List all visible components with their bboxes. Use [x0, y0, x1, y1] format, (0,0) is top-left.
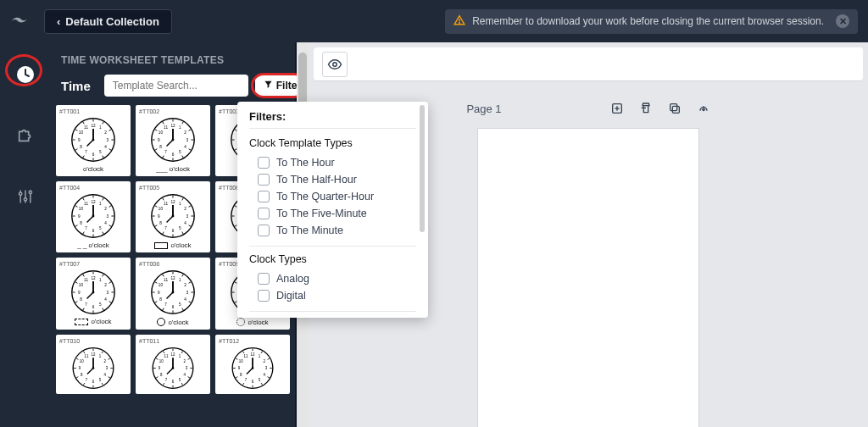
- svg-text:10: 10: [159, 207, 164, 211]
- filter-option[interactable]: To The Quarter-Hour: [249, 188, 416, 205]
- svg-text:6: 6: [92, 152, 95, 157]
- worksheet-page[interactable]: [478, 129, 698, 427]
- canvas-toolbar: [314, 47, 863, 81]
- svg-text:9: 9: [158, 138, 160, 142]
- filter-option-label: To The Hour: [276, 157, 335, 169]
- download-page-button[interactable]: [697, 102, 710, 115]
- copy-page-button[interactable]: [668, 102, 682, 115]
- svg-text:12: 12: [91, 200, 96, 204]
- left-iconbar: [0, 42, 51, 427]
- svg-text:11: 11: [84, 278, 89, 282]
- filter-option[interactable]: To The Five-Minute: [249, 205, 416, 222]
- filter-option-label: Digital: [276, 290, 306, 302]
- svg-text:12: 12: [91, 276, 96, 280]
- svg-point-120: [92, 215, 95, 218]
- category-label: Time: [61, 79, 91, 93]
- svg-text:10: 10: [239, 359, 243, 363]
- svg-text:10: 10: [159, 359, 164, 363]
- dropdown-scrollbar[interactable]: [420, 105, 426, 314]
- svg-text:3: 3: [107, 291, 109, 295]
- svg-text:11: 11: [84, 125, 89, 130]
- svg-text:12: 12: [170, 124, 175, 128]
- svg-text:3: 3: [107, 138, 109, 142]
- filter-group-title: Clock Types: [249, 253, 416, 265]
- checkbox-icon: [258, 157, 270, 169]
- template-id: #TT008: [139, 261, 159, 267]
- template-card[interactable]: #TT002121234567891011___ o'clock: [136, 105, 210, 176]
- template-id: #TT001: [59, 108, 80, 114]
- filter-group-title: Clock Template Types: [249, 137, 416, 149]
- filter-option-label: To The Quarter-Hour: [276, 191, 374, 202]
- add-page-button[interactable]: [610, 102, 624, 115]
- svg-text:10: 10: [80, 359, 84, 363]
- svg-point-36: [92, 139, 95, 141]
- template-id: #TT006: [219, 185, 239, 191]
- svg-point-8: [29, 191, 31, 193]
- checkbox-icon: [258, 273, 270, 285]
- svg-point-148: [172, 215, 175, 218]
- preview-button[interactable]: [322, 52, 348, 77]
- template-id: #TT002: [139, 108, 159, 114]
- template-card[interactable]: #TT004121234567891011_ _ o'clock: [56, 181, 131, 252]
- svg-text:2: 2: [104, 283, 107, 287]
- svg-text:3: 3: [186, 214, 189, 219]
- filter-option-label: To The Half-Hour: [276, 174, 357, 186]
- dropdown-scrollbar-thumb[interactable]: [420, 105, 425, 232]
- nav-puzzle-button[interactable]: [10, 120, 41, 151]
- svg-text:11: 11: [164, 278, 169, 282]
- svg-text:2: 2: [184, 283, 186, 287]
- filter-option[interactable]: To The Hour: [249, 154, 416, 171]
- template-card[interactable]: #TT011121234567891011: [136, 335, 210, 394]
- svg-text:7: 7: [85, 226, 87, 230]
- filter-option[interactable]: To The Minute: [249, 222, 416, 239]
- template-id: #TT003: [219, 108, 239, 114]
- svg-text:3: 3: [186, 138, 189, 142]
- dismiss-warning-button[interactable]: ✕: [836, 14, 849, 28]
- svg-point-344: [252, 367, 254, 369]
- collection-button[interactable]: ‹ Default Collection: [44, 9, 172, 34]
- svg-text:5: 5: [179, 150, 181, 154]
- svg-text:2: 2: [184, 130, 186, 135]
- svg-text:9: 9: [158, 214, 160, 219]
- template-card[interactable]: #TT001121234567891011o'clock: [56, 105, 131, 176]
- svg-text:5: 5: [99, 226, 102, 230]
- template-id: #TT011: [139, 338, 159, 344]
- delete-page-button[interactable]: [639, 102, 653, 115]
- svg-text:11: 11: [164, 125, 169, 130]
- svg-text:5: 5: [179, 302, 181, 307]
- svg-text:1: 1: [99, 202, 102, 206]
- template-card[interactable]: #TT012121234567891011: [215, 335, 290, 394]
- nav-time-button[interactable]: [10, 59, 41, 90]
- svg-text:11: 11: [85, 354, 89, 358]
- svg-text:2: 2: [104, 130, 107, 135]
- svg-text:9: 9: [78, 138, 81, 142]
- template-card[interactable]: #TT010121234567891011: [56, 335, 131, 394]
- filter-option[interactable]: Analog: [249, 270, 416, 287]
- filter-option[interactable]: To The Half-Hour: [249, 171, 416, 188]
- template-search-input[interactable]: [104, 75, 248, 97]
- svg-text:4: 4: [104, 221, 107, 225]
- svg-point-6: [24, 198, 26, 201]
- nav-sliders-button[interactable]: [10, 181, 41, 212]
- svg-text:8: 8: [80, 221, 82, 225]
- svg-text:7: 7: [85, 302, 87, 307]
- svg-text:4: 4: [184, 297, 186, 302]
- filter-option-label: Analog: [276, 273, 309, 285]
- filter-option[interactable]: Digital: [249, 287, 416, 304]
- template-card[interactable]: #TT007121234567891011o'clock: [56, 258, 131, 330]
- warning-banner: Remember to download your work before cl…: [445, 9, 858, 34]
- template-id: #TT007: [59, 261, 80, 267]
- svg-text:11: 11: [164, 354, 169, 358]
- svg-text:9: 9: [78, 214, 81, 219]
- template-id: #TT012: [219, 338, 239, 344]
- svg-point-316: [172, 367, 175, 369]
- template-card[interactable]: #TT008121234567891011o'clock: [136, 258, 210, 330]
- svg-text:10: 10: [79, 130, 84, 135]
- svg-rect-351: [670, 104, 676, 111]
- svg-text:10: 10: [79, 207, 84, 211]
- svg-text:4: 4: [104, 145, 107, 149]
- template-card[interactable]: #TT005121234567891011o'clock: [136, 181, 210, 252]
- template-id: #TT010: [59, 338, 80, 344]
- panel-title: TIME WORKSHEET TEMPLATES: [51, 42, 295, 75]
- filter-option-label: To The Minute: [276, 225, 343, 236]
